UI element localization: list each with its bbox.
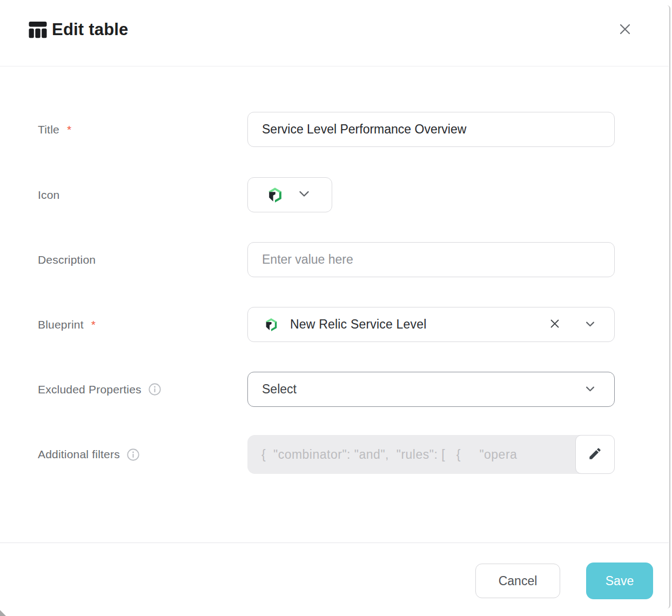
new-relic-icon [264, 317, 278, 332]
description-input[interactable] [247, 242, 615, 277]
description-row: Description [0, 242, 672, 277]
title-label: Title* [38, 112, 71, 147]
icon-row: Icon [0, 177, 672, 212]
backdrop-corner [0, 610, 6, 616]
additional-filters-input [247, 435, 615, 474]
required-asterisk: * [67, 123, 71, 136]
dialog-footer: Cancel Save [0, 543, 669, 616]
icon-label: Icon [38, 177, 60, 212]
close-button[interactable] [615, 20, 635, 39]
edit-filters-button[interactable] [575, 435, 615, 474]
blueprint-row: Blueprint* New Relic Service Level [0, 307, 672, 342]
save-button[interactable]: Save [586, 563, 653, 599]
title-row: Title* [0, 112, 672, 147]
excluded-properties-label: Excluded Properties [38, 372, 161, 407]
additional-filters-row: Additional filters [0, 435, 672, 474]
select-placeholder: Select [262, 382, 297, 397]
excluded-properties-row: Excluded Properties Select [0, 372, 672, 407]
edit-table-dialog: Edit table Title* Icon [0, 0, 672, 616]
info-icon[interactable] [149, 383, 161, 396]
clear-icon [549, 318, 561, 331]
icon-picker-button[interactable] [247, 177, 332, 212]
description-label: Description [38, 242, 96, 277]
table-icon [28, 20, 48, 39]
additional-filters-label: Additional filters [38, 435, 139, 474]
dialog-title: Edit table [52, 19, 129, 40]
blueprint-select[interactable]: New Relic Service Level [247, 307, 615, 342]
info-icon[interactable] [127, 448, 139, 461]
excluded-properties-select[interactable]: Select [247, 372, 615, 407]
blueprint-label: Blueprint* [38, 307, 96, 342]
new-relic-icon [267, 186, 283, 204]
clear-blueprint-button[interactable] [547, 317, 562, 332]
close-icon [617, 21, 633, 39]
chevron-down-icon[interactable] [586, 320, 595, 330]
title-input[interactable] [247, 112, 615, 147]
blueprint-selected-value: New Relic Service Level [290, 317, 427, 332]
chevron-down-icon [586, 385, 595, 394]
cancel-button[interactable]: Cancel [475, 564, 560, 598]
chevron-down-icon [299, 190, 310, 199]
pencil-icon [588, 446, 602, 463]
dialog-header: Edit table [0, 0, 669, 66]
required-asterisk: * [91, 318, 96, 331]
